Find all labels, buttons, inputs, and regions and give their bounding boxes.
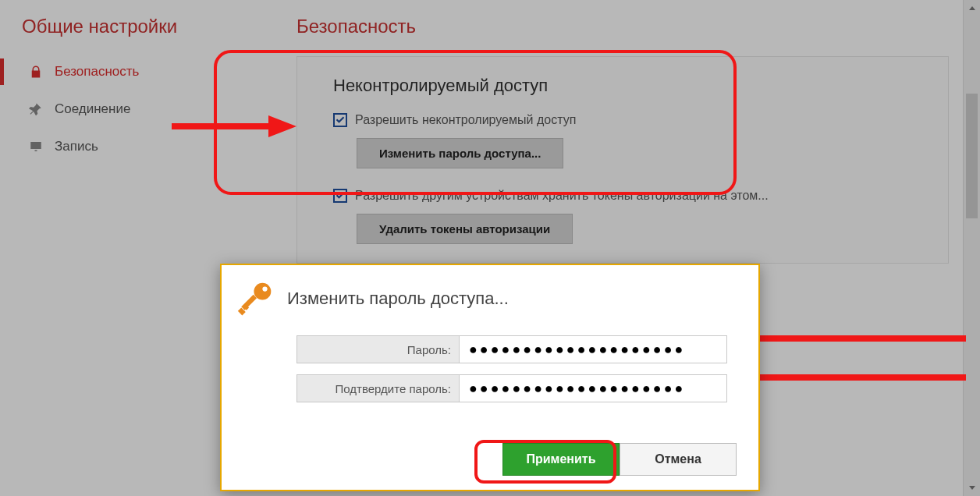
section-title: Неконтролируемый доступ [333,76,929,96]
checkbox-label: Разрешить другим устройствам хранить ток… [355,189,769,203]
dialog-header: Изменить пароль доступа... [222,265,758,324]
sidebar-item-label: Запись [55,139,98,154]
checkbox-row-allow-tokens[interactable]: Разрешить другим устройствам хранить ток… [333,189,929,203]
page-title: Безопасность [281,0,964,47]
dialog-title: Изменить пароль доступа... [287,289,509,309]
password-input[interactable]: ●●●●●●●●●●●●●●●●●●●● [459,335,727,363]
svg-rect-4 [241,295,257,310]
lock-icon [28,64,44,80]
confirm-password-input[interactable]: ●●●●●●●●●●●●●●●●●●●● [459,374,727,402]
cancel-button[interactable]: Отмена [620,443,737,476]
password-label: Пароль: [296,335,459,363]
sidebar-item-security[interactable]: Безопасность [0,53,265,90]
scrollbar[interactable] [963,0,980,496]
svg-point-3 [262,286,267,291]
confirm-password-label: Подтвердите пароль: [296,374,459,402]
checkbox-icon [333,189,347,203]
checkbox-label: Разрешить неконтролируемый доступ [355,113,576,127]
svg-point-2 [254,283,271,300]
change-password-button[interactable]: Изменить пароль доступа... [357,138,563,168]
scroll-up-icon[interactable] [964,0,980,17]
sidebar-title: Общие настройки [0,0,265,53]
apply-button[interactable]: Применить [502,443,620,476]
sidebar-item-connection[interactable]: Соединение [0,90,265,128]
key-icon [236,279,275,318]
delete-tokens-button[interactable]: Удалить токены авторизации [357,214,573,244]
monitor-icon [28,139,44,154]
sidebar-item-label: Соединение [55,101,130,117]
scroll-down-icon[interactable] [964,479,980,496]
confirm-password-field-row: Подтвердите пароль: ●●●●●●●●●●●●●●●●●●●● [296,374,727,402]
pin-icon [28,101,44,117]
section-unsupervised: Неконтролируемый доступ Разрешить неконт… [296,56,949,264]
password-field-row: Пароль: ●●●●●●●●●●●●●●●●●●●● [296,335,727,363]
checkbox-row-allow-unsupervised[interactable]: Разрешить неконтролируемый доступ [333,113,929,127]
scroll-thumb[interactable] [966,94,978,218]
sidebar-item-record[interactable]: Запись [0,128,265,165]
change-password-dialog: Изменить пароль доступа... Пароль: ●●●●●… [220,264,760,491]
dialog-buttons: Применить Отмена [502,443,737,476]
checkbox-icon [333,113,347,127]
sidebar-item-label: Безопасность [55,64,139,80]
